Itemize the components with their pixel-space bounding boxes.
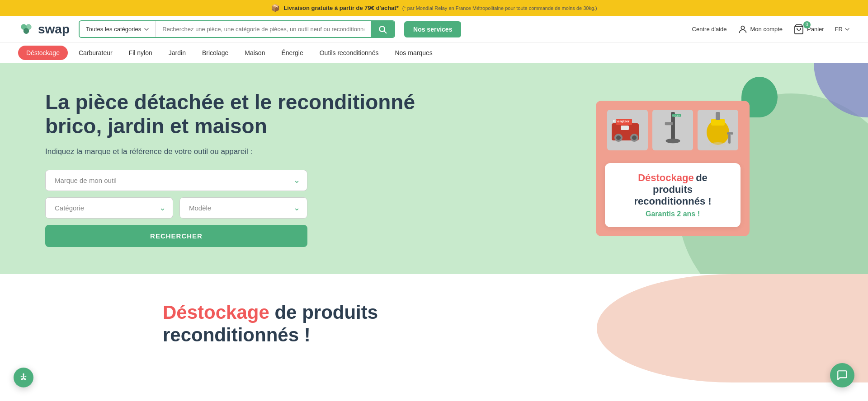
svg-rect-23 bbox=[727, 132, 733, 135]
promo-bubble: Déstockage de produits reconditionnés ! … bbox=[605, 163, 741, 227]
cart-icon bbox=[793, 24, 804, 35]
svg-point-2 bbox=[24, 28, 29, 34]
package-icon: 📦 bbox=[271, 4, 280, 12]
top-banner: 📦 Livraison gratuite à partir de 79€ d'a… bbox=[0, 0, 868, 16]
svg-rect-22 bbox=[716, 112, 720, 120]
product-img-trimmer: FEIDER bbox=[652, 110, 693, 150]
centre-aide-link[interactable]: Centre d'aide bbox=[692, 26, 727, 33]
svg-point-25 bbox=[709, 142, 727, 148]
swap-logo-icon bbox=[18, 21, 34, 37]
hero-subtitle: Indiquez la marque et la référence de vo… bbox=[45, 147, 450, 156]
model-select-wrapper: Modèle ⌄ bbox=[179, 197, 307, 219]
hero-left: La pièce détachée et le reconditionné br… bbox=[0, 63, 477, 274]
promo-destockage-text: Déstockage bbox=[638, 172, 694, 183]
section-title: Déstockage de produits reconditionnés ! bbox=[163, 301, 606, 347]
chevron-down-icon bbox=[144, 27, 149, 32]
section-below-text: Déstockage de produits reconditionnés ! bbox=[163, 301, 606, 347]
nav-item-energie[interactable]: Énergie bbox=[273, 43, 311, 63]
category-select-wrapper: Catégorie ⌄ bbox=[45, 197, 173, 219]
svg-rect-24 bbox=[728, 135, 731, 144]
nav-item-jardin[interactable]: Jardin bbox=[160, 43, 194, 63]
rechercher-button[interactable]: RECHERCHER bbox=[45, 225, 307, 247]
hero-section: La pièce détachée et le reconditionné br… bbox=[0, 63, 868, 274]
lang-label: FR bbox=[835, 26, 843, 33]
promo-destockage-line: Déstockage de bbox=[618, 172, 727, 184]
svg-point-5 bbox=[741, 26, 744, 29]
svg-point-16 bbox=[665, 139, 680, 144]
nav-item-destockage[interactable]: Déstockage bbox=[18, 46, 68, 60]
nav-item-carburateur[interactable]: Carburateur bbox=[71, 43, 121, 63]
section-destockage-word: Déstockage bbox=[163, 302, 269, 323]
section-below-bg bbox=[597, 274, 868, 382]
user-icon bbox=[738, 24, 748, 34]
svg-rect-13 bbox=[621, 126, 629, 130]
section-de-produits: de produits bbox=[274, 302, 378, 323]
mon-compte-link[interactable]: Mon compte bbox=[738, 24, 783, 34]
promo-garantie: Garantis 2 ans ! bbox=[618, 210, 727, 218]
svg-line-4 bbox=[384, 31, 387, 33]
category-select[interactable]: Catégorie bbox=[45, 197, 173, 219]
nav-item-bricolage[interactable]: Bricolage bbox=[194, 43, 236, 63]
search-bar: Toutes les catégories bbox=[79, 20, 395, 38]
promo-subtitle: produits reconditionnés ! bbox=[618, 184, 727, 207]
chevron-down-icon bbox=[844, 27, 850, 32]
chat-icon bbox=[836, 369, 848, 381]
nav-item-outils-reconditiones[interactable]: Outils reconditionnés bbox=[311, 43, 387, 63]
category-dropdown[interactable]: Toutes les catégories bbox=[80, 21, 156, 37]
brand-form-group: Marque de mon outil ⌄ bbox=[45, 170, 450, 191]
nav-item-maison[interactable]: Maison bbox=[236, 43, 273, 63]
banner-main-text: Livraison gratuite à partir de 79€ d'ach… bbox=[283, 5, 399, 11]
banner-small-text: (* par Mondial Relay en France Métropoli… bbox=[402, 5, 597, 11]
promo-de-text: de bbox=[696, 172, 708, 183]
panier-link[interactable]: 0 Panier bbox=[793, 24, 824, 35]
svg-point-12 bbox=[616, 135, 621, 140]
category-label: Toutes les catégories bbox=[86, 26, 141, 33]
main-nav: Déstockage Carburateur Fil nylon Jardin … bbox=[0, 43, 868, 63]
product-images: Energizer FEIDER bbox=[607, 110, 738, 150]
header: swap Toutes les catégories Nos services … bbox=[0, 16, 868, 43]
search-icon bbox=[378, 25, 387, 34]
hero-right: Energizer FEIDER bbox=[477, 63, 868, 274]
section-reconditiones: reconditionnés ! bbox=[163, 324, 311, 345]
search-input[interactable] bbox=[156, 21, 371, 37]
svg-text:FEIDER: FEIDER bbox=[672, 115, 679, 117]
nav-item-fil-nylon[interactable]: Fil nylon bbox=[121, 43, 160, 63]
accessibility-icon bbox=[19, 373, 28, 382]
cart-badge: 0 bbox=[803, 21, 811, 28]
svg-rect-17 bbox=[665, 122, 673, 126]
nav-item-nos-marques[interactable]: Nos marques bbox=[387, 43, 440, 63]
hero-title: La pièce détachée et le reconditionné br… bbox=[45, 90, 450, 138]
language-selector[interactable]: FR bbox=[835, 26, 850, 33]
brand-select-wrapper: Marque de mon outil ⌄ bbox=[45, 170, 307, 191]
promo-card: Energizer FEIDER bbox=[596, 101, 750, 236]
logo-text: swap bbox=[38, 22, 70, 37]
mon-compte-label: Mon compte bbox=[750, 26, 783, 33]
search-button[interactable] bbox=[371, 21, 394, 37]
brand-select[interactable]: Marque de mon outil bbox=[45, 170, 307, 191]
logo-link[interactable]: swap bbox=[18, 21, 70, 37]
svg-point-10 bbox=[632, 135, 637, 140]
nos-services-button[interactable]: Nos services bbox=[404, 21, 461, 37]
header-right: Centre d'aide Mon compte 0 Panier FR bbox=[692, 24, 850, 35]
product-img-vacuum bbox=[698, 110, 738, 150]
model-select[interactable]: Modèle bbox=[179, 197, 307, 219]
category-model-row: Catégorie ⌄ Modèle ⌄ bbox=[45, 197, 307, 219]
product-img-generator: Energizer bbox=[607, 110, 648, 150]
svg-text:Energizer: Energizer bbox=[613, 119, 629, 123]
section-below: Déstockage de produits reconditionnés ! … bbox=[0, 274, 868, 382]
